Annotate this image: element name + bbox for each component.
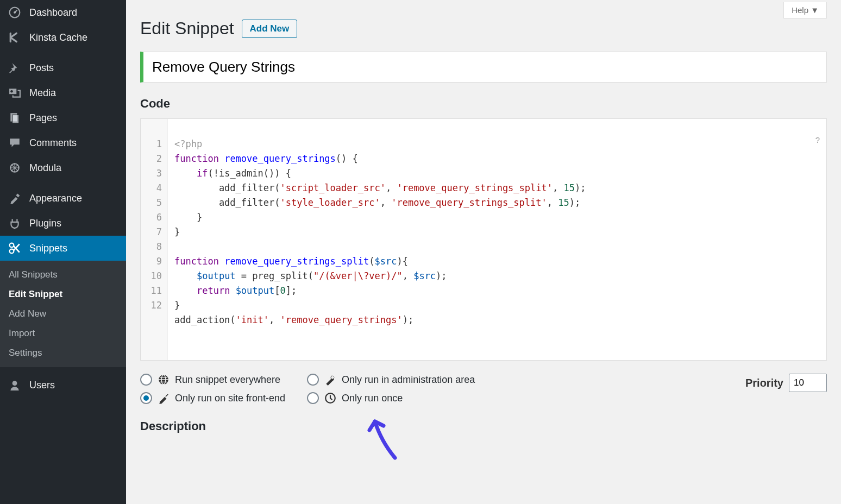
code-content[interactable]: <?php function remove_query_strings() { … xyxy=(168,119,826,360)
code-help-icon[interactable]: ? xyxy=(815,135,820,144)
radio-front-end[interactable] xyxy=(140,392,152,404)
priority-input[interactable] xyxy=(789,374,827,392)
sidebar-item-plugins[interactable]: Plugins xyxy=(0,211,126,236)
sidebar-item-label: Pages xyxy=(29,112,57,124)
pages-icon xyxy=(9,112,23,124)
plugins-icon xyxy=(9,217,23,229)
scope-option-label: Only run in administration area xyxy=(342,374,475,386)
sidebar-item-comments[interactable]: Comments xyxy=(0,130,126,155)
main-content: Help ▼ Edit Snippet Add New Code ? 12345… xyxy=(126,0,841,504)
radio-admin-only[interactable] xyxy=(307,374,319,386)
sidebar-item-dashboard[interactable]: Dashboard xyxy=(0,0,126,25)
admin-sidebar: Dashboard Kinsta Cache Posts Media Pages… xyxy=(0,0,126,504)
comments-icon xyxy=(9,137,23,149)
sidebar-item-label: Modula xyxy=(29,162,61,174)
description-heading: Description xyxy=(140,419,827,433)
users-icon xyxy=(9,379,23,391)
modula-icon xyxy=(9,162,23,174)
pin-icon xyxy=(9,62,23,74)
snippet-title-input[interactable] xyxy=(140,52,827,83)
sidebar-item-media[interactable]: Media xyxy=(0,80,126,105)
clock-icon xyxy=(324,392,336,404)
submenu-item-settings[interactable]: Settings xyxy=(0,343,126,363)
code-heading: Code xyxy=(140,97,827,111)
appearance-icon xyxy=(9,192,23,204)
sidebar-item-label: Plugins xyxy=(29,218,61,229)
sidebar-item-pages[interactable]: Pages xyxy=(0,105,126,130)
brush-icon xyxy=(158,392,170,404)
page-title: Edit Snippet xyxy=(140,18,234,39)
sidebar-item-appearance[interactable]: Appearance xyxy=(0,186,126,211)
submenu-item-edit-snippet[interactable]: Edit Snippet xyxy=(0,285,126,304)
priority-label: Priority xyxy=(745,377,783,389)
sidebar-item-label: Appearance xyxy=(29,193,82,204)
scope-option-label: Only run once xyxy=(342,393,403,404)
wrench-icon xyxy=(324,374,336,386)
globe-icon xyxy=(158,374,170,386)
help-tab[interactable]: Help ▼ xyxy=(783,2,827,18)
scope-option-admin-only[interactable]: Only run in administration area xyxy=(307,374,475,386)
scope-option-run-once[interactable]: Only run once xyxy=(307,392,475,404)
sidebar-item-snippets[interactable]: Snippets xyxy=(0,236,126,261)
submenu-item-add-new[interactable]: Add New xyxy=(0,304,126,324)
sidebar-item-label: Media xyxy=(29,87,56,99)
sidebar-item-posts[interactable]: Posts xyxy=(0,55,126,80)
sidebar-item-label: Posts xyxy=(29,62,54,74)
priority-field: Priority xyxy=(745,374,827,392)
sidebar-submenu: All SnippetsEdit SnippetAdd NewImportSet… xyxy=(0,261,126,367)
sidebar-item-label: Snippets xyxy=(29,243,67,254)
sidebar-item-label: Comments xyxy=(29,137,77,149)
dashboard-icon xyxy=(9,7,23,18)
scope-option-label: Only run on site front-end xyxy=(175,393,285,404)
sidebar-item-label: Kinsta Cache xyxy=(29,32,87,43)
sidebar-item-kinsta-cache[interactable]: Kinsta Cache xyxy=(0,25,126,50)
radio-run-once[interactable] xyxy=(307,392,319,404)
sidebar-item-modula[interactable]: Modula xyxy=(0,155,126,180)
add-new-button[interactable]: Add New xyxy=(242,20,298,38)
submenu-item-import[interactable]: Import xyxy=(0,324,126,343)
media-icon xyxy=(9,87,23,99)
sidebar-item-label: Users xyxy=(29,380,55,391)
code-gutter: 123456789101112 xyxy=(141,119,168,360)
radio-everywhere[interactable] xyxy=(140,374,152,386)
code-editor[interactable]: ? 123456789101112 <?php function remove_… xyxy=(140,118,827,361)
scope-option-everywhere[interactable]: Run snippet everywhere xyxy=(140,374,285,386)
sidebar-item-label: Dashboard xyxy=(29,7,77,18)
sidebar-item-users[interactable]: Users xyxy=(0,373,126,398)
scope-options: Run snippet everywhere Only run in admin… xyxy=(140,374,475,404)
submenu-item-all-snippets[interactable]: All Snippets xyxy=(0,265,126,285)
kinsta-icon xyxy=(9,32,23,43)
scope-option-front-end[interactable]: Only run on site front-end xyxy=(140,392,285,404)
snippets-icon xyxy=(9,242,23,254)
scope-option-label: Run snippet everywhere xyxy=(175,374,280,386)
